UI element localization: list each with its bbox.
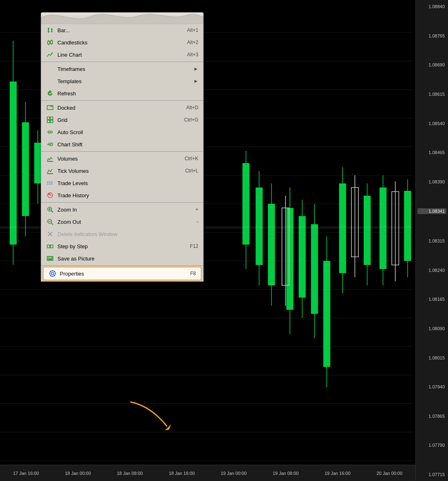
submenu-arrow-2-icon: ► bbox=[193, 78, 198, 84]
menu-item-zoom-out-shortcut: - bbox=[197, 219, 198, 225]
menu-item-save-as-picture[interactable]: Save as Picture bbox=[41, 252, 203, 265]
svg-point-102 bbox=[51, 257, 52, 258]
menu-header bbox=[41, 13, 203, 24]
menu-item-candlesticks-label: Candlesticks bbox=[57, 40, 88, 46]
price-label: 1.08840 bbox=[417, 4, 446, 9]
menu-item-line-chart-shortcut: Alt+3 bbox=[187, 52, 198, 57]
separator-2 bbox=[41, 100, 203, 101]
price-label: 1.08315 bbox=[417, 238, 446, 243]
time-label: 17 Jan 16:00 bbox=[13, 471, 39, 476]
menu-item-line-chart-label: Line Chart bbox=[57, 52, 82, 58]
price-label: 1.08690 bbox=[417, 62, 446, 67]
menu-item-tick-volumes-shortcut: Ctrl+L bbox=[185, 168, 198, 174]
menu-item-trade-history[interactable]: Trade History bbox=[41, 189, 203, 201]
menu-item-auto-scroll[interactable]: Auto Scroll bbox=[41, 126, 203, 138]
svg-line-93 bbox=[51, 223, 53, 225]
menu-item-templates[interactable]: Templates ► bbox=[41, 75, 203, 87]
svg-point-104 bbox=[51, 272, 54, 275]
svg-rect-71 bbox=[51, 120, 53, 123]
menu-item-trade-levels[interactable]: Trade Levels bbox=[41, 177, 203, 189]
menu-item-volumes[interactable]: Volumes Ctrl+K bbox=[41, 152, 203, 165]
svg-rect-26 bbox=[256, 188, 263, 265]
menu-item-zoom-in[interactable]: Zoom In + bbox=[41, 203, 203, 216]
time-label: 19 Jan 08:00 bbox=[272, 471, 299, 476]
line-chart-icon bbox=[46, 51, 54, 59]
price-label: 1.07940 bbox=[417, 384, 446, 389]
menu-item-tick-volumes[interactable]: Tick Volumes Ctrl+L bbox=[41, 165, 203, 177]
menu-item-delete-indicators: Delete Indicators Window bbox=[41, 228, 203, 240]
price-label: 1.08540 bbox=[417, 121, 446, 126]
separator-4 bbox=[41, 202, 203, 203]
svg-rect-28 bbox=[268, 204, 275, 285]
menu-item-step-by-step-label: Step by Step bbox=[57, 243, 88, 249]
menu-item-candlesticks-shortcut: Alt+2 bbox=[187, 40, 198, 45]
menu-item-step-by-step[interactable]: Step by Step F12 bbox=[41, 240, 203, 252]
svg-rect-34 bbox=[311, 224, 318, 314]
menu-item-chart-shift-label: Chart Shift bbox=[57, 141, 82, 148]
menu-item-auto-scroll-label: Auto Scroll bbox=[57, 129, 83, 135]
svg-line-89 bbox=[51, 211, 53, 212]
svg-rect-40 bbox=[339, 183, 346, 273]
menu-item-zoom-in-label: Zoom In bbox=[57, 207, 77, 213]
menu-item-timeframes[interactable]: Timeframes ► bbox=[41, 63, 203, 75]
submenu-arrow-icon: ► bbox=[193, 66, 198, 72]
menu-item-refresh[interactable]: Refresh bbox=[41, 87, 203, 99]
candlestick-icon bbox=[46, 38, 54, 46]
svg-rect-50 bbox=[404, 191, 411, 261]
menu-item-docked-shortcut: Alt+D bbox=[186, 105, 198, 110]
price-label: 1.08465 bbox=[417, 150, 446, 155]
svg-rect-30 bbox=[286, 208, 293, 310]
price-label: 1.08615 bbox=[417, 92, 446, 97]
svg-rect-18 bbox=[10, 82, 17, 245]
price-axis: 1.08840 1.08765 1.08690 1.08615 1.08540 … bbox=[415, 0, 448, 481]
svg-rect-98 bbox=[51, 245, 53, 248]
time-label: 18 Jan 16:00 bbox=[169, 471, 195, 476]
menu-item-step-by-step-shortcut: F12 bbox=[190, 243, 198, 249]
separator-3 bbox=[41, 151, 203, 152]
docked-icon bbox=[46, 104, 54, 112]
menu-item-docked[interactable]: Docked Alt+D bbox=[41, 101, 203, 114]
menu-item-grid-shortcut: Ctrl+G bbox=[184, 117, 198, 123]
time-label: 20 Jan 00:00 bbox=[376, 471, 402, 476]
bar-chart-icon bbox=[46, 26, 54, 34]
trade-history-icon bbox=[46, 191, 54, 199]
menu-item-docked-label: Docked bbox=[57, 105, 75, 111]
svg-rect-70 bbox=[47, 120, 50, 123]
price-label: 1.08240 bbox=[417, 268, 446, 273]
time-label: 19 Jan 00:00 bbox=[221, 471, 247, 476]
zoom-in-icon bbox=[46, 205, 54, 214]
menu-item-grid[interactable]: Grid Ctrl+G bbox=[41, 114, 203, 126]
menu-item-properties[interactable]: Properties F8 bbox=[43, 267, 202, 280]
menu-item-line-chart[interactable]: Line Chart Alt+3 bbox=[41, 49, 203, 61]
menu-item-properties-label: Properties bbox=[60, 271, 84, 277]
menu-item-zoom-out[interactable]: Zoom Out - bbox=[41, 216, 203, 228]
menu-item-templates-label: Templates bbox=[57, 78, 81, 84]
svg-rect-44 bbox=[364, 196, 371, 265]
autoscroll-icon bbox=[46, 128, 54, 136]
menu-item-bar[interactable]: Bar... Alt+1 bbox=[41, 24, 203, 36]
price-label: 1.07790 bbox=[417, 443, 446, 448]
svg-rect-79 bbox=[47, 161, 53, 162]
svg-point-87 bbox=[48, 193, 50, 195]
step-icon bbox=[46, 242, 54, 250]
svg-rect-69 bbox=[51, 117, 53, 119]
menu-item-properties-shortcut: F8 bbox=[190, 271, 196, 276]
properties-icon bbox=[48, 269, 57, 278]
svg-rect-80 bbox=[47, 173, 53, 174]
menu-item-candlesticks[interactable]: Candlesticks Alt+2 bbox=[41, 36, 203, 49]
svg-rect-65 bbox=[47, 106, 53, 110]
menu-item-zoom-in-shortcut: + bbox=[195, 207, 198, 212]
chartshift-icon bbox=[46, 140, 54, 148]
menu-item-chart-shift[interactable]: Chart Shift bbox=[41, 138, 203, 150]
menu-item-bar-label: Bar... bbox=[57, 27, 70, 33]
menu-item-bar-shortcut: Alt+1 bbox=[187, 27, 198, 33]
menu-item-zoom-out-label: Zoom Out bbox=[57, 219, 81, 225]
zoom-out-icon bbox=[46, 218, 54, 226]
arrow-annotation bbox=[126, 398, 179, 432]
svg-rect-22 bbox=[34, 143, 41, 183]
separator-5 bbox=[41, 265, 203, 266]
price-label: 1.07865 bbox=[417, 414, 446, 419]
svg-rect-46 bbox=[380, 188, 387, 269]
separator-1 bbox=[41, 62, 203, 62]
volumes-icon bbox=[46, 154, 54, 163]
